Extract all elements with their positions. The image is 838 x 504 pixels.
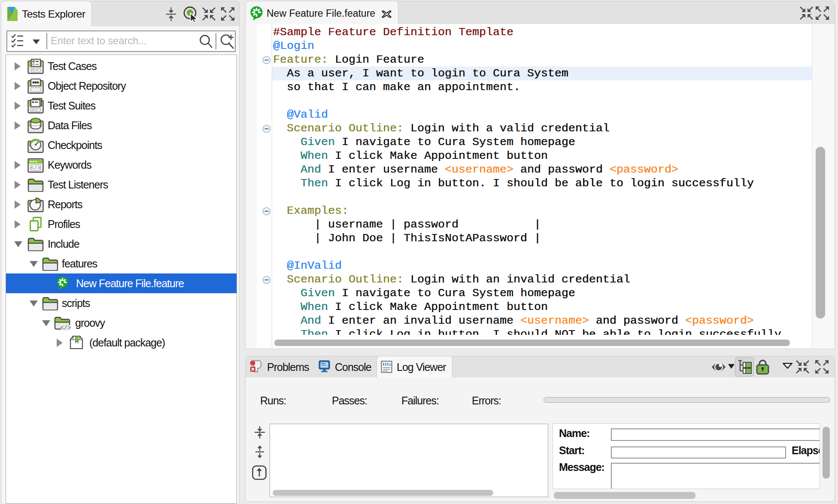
svg-text:</>: </> <box>30 165 41 171</box>
svg-text:</>: </> <box>60 325 71 331</box>
